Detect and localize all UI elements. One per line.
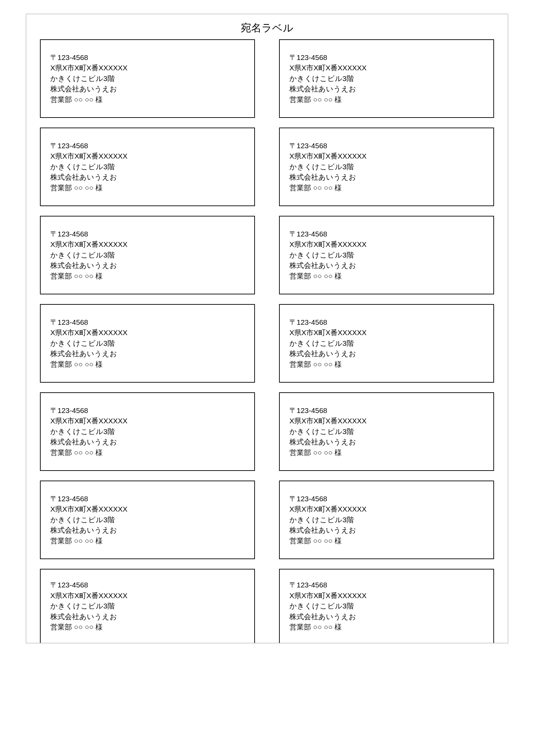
label-line-address2: かきくけこビル3階 xyxy=(289,601,485,611)
label-line-address1: X県X市X町X番XXXXXX xyxy=(289,327,485,338)
label-line-address2: かきくけこビル3階 xyxy=(50,601,246,611)
label-sheet-page: 宛名ラベル 〒123-4568X県X市X町X番XXXXXXかきくけこビル3階株式… xyxy=(26,14,508,643)
label-line-recipient: 営業部 ○○ ○○ 様 xyxy=(50,183,246,193)
label-line-company: 株式会社あいうえお xyxy=(50,349,246,359)
label-line-postal: 〒123-4568 xyxy=(50,317,246,327)
label-line-address2: かきくけこビル3階 xyxy=(50,73,246,84)
label-line-postal: 〒123-4568 xyxy=(50,229,246,239)
address-label: 〒123-4568X県X市X町X番XXXXXXかきくけこビル3階株式会社あいうえ… xyxy=(40,216,255,294)
label-line-company: 株式会社あいうえお xyxy=(289,349,485,359)
label-line-address1: X県X市X町X番XXXXXX xyxy=(50,151,246,161)
label-line-company: 株式会社あいうえお xyxy=(289,260,485,271)
label-line-recipient: 営業部 ○○ ○○ 様 xyxy=(50,536,246,546)
label-line-address1: X県X市X町X番XXXXXX xyxy=(289,504,485,514)
label-line-recipient: 営業部 ○○ ○○ 様 xyxy=(50,359,246,370)
label-line-address2: かきくけこビル3階 xyxy=(289,162,485,172)
address-label: 〒123-4568X県X市X町X番XXXXXXかきくけこビル3階株式会社あいうえ… xyxy=(40,481,255,559)
label-line-company: 株式会社あいうえお xyxy=(50,260,246,271)
label-line-address1: X県X市X町X番XXXXXX xyxy=(50,63,246,73)
label-line-postal: 〒123-4568 xyxy=(289,52,485,63)
label-line-address2: かきくけこビル3階 xyxy=(289,250,485,260)
label-line-postal: 〒123-4568 xyxy=(50,580,246,590)
label-line-address1: X県X市X町X番XXXXXX xyxy=(50,327,246,338)
label-line-company: 株式会社あいうえお xyxy=(50,612,246,622)
address-label: 〒123-4568X県X市X町X番XXXXXXかきくけこビル3階株式会社あいうえ… xyxy=(40,392,255,471)
label-line-postal: 〒123-4568 xyxy=(289,317,485,327)
label-line-recipient: 営業部 ○○ ○○ 様 xyxy=(50,271,246,281)
address-label: 〒123-4568X県X市X町X番XXXXXXかきくけこビル3階株式会社あいうえ… xyxy=(279,39,494,118)
label-line-recipient: 営業部 ○○ ○○ 様 xyxy=(50,94,246,105)
label-line-address2: かきくけこビル3階 xyxy=(50,250,246,260)
label-line-address1: X県X市X町X番XXXXXX xyxy=(50,504,246,514)
label-line-address1: X県X市X町X番XXXXXX xyxy=(289,591,485,601)
address-label: 〒123-4568X県X市X町X番XXXXXXかきくけこビル3階株式会社あいうえ… xyxy=(40,304,255,383)
label-line-address1: X県X市X町X番XXXXXX xyxy=(50,591,246,601)
label-line-recipient: 営業部 ○○ ○○ 様 xyxy=(289,536,485,546)
label-line-postal: 〒123-4568 xyxy=(289,229,485,239)
address-label: 〒123-4568X県X市X町X番XXXXXXかきくけこビル3階株式会社あいうえ… xyxy=(279,304,494,383)
label-line-postal: 〒123-4568 xyxy=(289,405,485,416)
address-label: 〒123-4568X県X市X町X番XXXXXXかきくけこビル3階株式会社あいうえ… xyxy=(40,569,255,643)
address-label: 〒123-4568X県X市X町X番XXXXXXかきくけこビル3階株式会社あいうえ… xyxy=(279,481,494,559)
label-line-company: 株式会社あいうえお xyxy=(289,437,485,447)
label-line-postal: 〒123-4568 xyxy=(50,494,246,504)
label-line-recipient: 営業部 ○○ ○○ 様 xyxy=(289,359,485,370)
address-label: 〒123-4568X県X市X町X番XXXXXXかきくけこビル3階株式会社あいうえ… xyxy=(40,128,255,206)
address-label: 〒123-4568X県X市X町X番XXXXXXかきくけこビル3階株式会社あいうえ… xyxy=(279,128,494,206)
label-line-address2: かきくけこビル3階 xyxy=(50,515,246,525)
label-line-company: 株式会社あいうえお xyxy=(50,437,246,447)
address-label: 〒123-4568X県X市X町X番XXXXXXかきくけこビル3階株式会社あいうえ… xyxy=(279,392,494,471)
label-line-company: 株式会社あいうえお xyxy=(50,525,246,535)
label-line-recipient: 営業部 ○○ ○○ 様 xyxy=(289,447,485,458)
label-line-address2: かきくけこビル3階 xyxy=(50,338,246,349)
label-line-address1: X県X市X町X番XXXXXX xyxy=(289,151,485,161)
label-line-recipient: 営業部 ○○ ○○ 様 xyxy=(50,447,246,458)
label-line-address2: かきくけこビル3階 xyxy=(289,73,485,84)
label-line-postal: 〒123-4568 xyxy=(289,580,485,590)
label-line-postal: 〒123-4568 xyxy=(50,141,246,151)
address-label: 〒123-4568X県X市X町X番XXXXXXかきくけこビル3階株式会社あいうえ… xyxy=(40,39,255,118)
label-line-address1: X県X市X町X番XXXXXX xyxy=(50,239,246,250)
label-line-company: 株式会社あいうえお xyxy=(289,525,485,535)
label-line-recipient: 営業部 ○○ ○○ 様 xyxy=(289,622,485,632)
label-line-address2: かきくけこビル3階 xyxy=(289,338,485,349)
label-line-recipient: 営業部 ○○ ○○ 様 xyxy=(50,622,246,632)
label-line-address2: かきくけこビル3階 xyxy=(289,515,485,525)
page-title: 宛名ラベル xyxy=(40,21,494,35)
labels-grid: 〒123-4568X県X市X町X番XXXXXXかきくけこビル3階株式会社あいうえ… xyxy=(40,39,494,643)
label-line-postal: 〒123-4568 xyxy=(289,494,485,504)
label-line-recipient: 営業部 ○○ ○○ 様 xyxy=(289,183,485,193)
label-line-address2: かきくけこビル3階 xyxy=(289,426,485,437)
label-line-address1: X県X市X町X番XXXXXX xyxy=(289,239,485,250)
label-line-address2: かきくけこビル3階 xyxy=(50,162,246,172)
label-line-address2: かきくけこビル3階 xyxy=(50,426,246,437)
label-line-company: 株式会社あいうえお xyxy=(289,84,485,94)
label-line-postal: 〒123-4568 xyxy=(50,405,246,416)
label-line-recipient: 営業部 ○○ ○○ 様 xyxy=(289,271,485,281)
label-line-recipient: 営業部 ○○ ○○ 様 xyxy=(289,94,485,105)
label-line-address1: X県X市X町X番XXXXXX xyxy=(289,63,485,73)
label-line-address1: X県X市X町X番XXXXXX xyxy=(289,416,485,426)
address-label: 〒123-4568X県X市X町X番XXXXXXかきくけこビル3階株式会社あいうえ… xyxy=(279,216,494,294)
label-line-postal: 〒123-4568 xyxy=(50,52,246,63)
label-line-postal: 〒123-4568 xyxy=(289,141,485,151)
address-label: 〒123-4568X県X市X町X番XXXXXXかきくけこビル3階株式会社あいうえ… xyxy=(279,569,494,643)
label-line-company: 株式会社あいうえお xyxy=(50,84,246,94)
label-line-address1: X県X市X町X番XXXXXX xyxy=(50,416,246,426)
label-line-company: 株式会社あいうえお xyxy=(50,172,246,182)
label-line-company: 株式会社あいうえお xyxy=(289,172,485,182)
label-line-company: 株式会社あいうえお xyxy=(289,612,485,622)
